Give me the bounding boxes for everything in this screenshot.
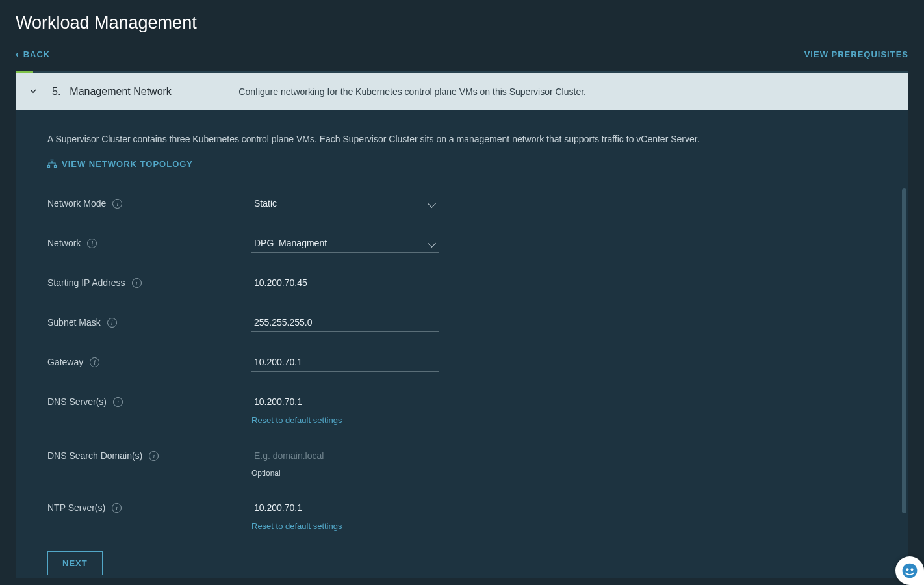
step-header[interactable]: 5. Management Network Configure networki… — [16, 73, 908, 110]
label-network-mode: Network Mode — [47, 198, 106, 209]
select-network-value[interactable]: DPG_Managment — [251, 235, 439, 253]
chevron-down-icon[interactable] — [29, 86, 40, 98]
scrollbar-thumb[interactable] — [902, 188, 906, 514]
input-ntp-servers[interactable] — [251, 500, 439, 517]
row-gateway: Gateway i — [47, 354, 877, 372]
scrollbar[interactable] — [901, 188, 908, 566]
step-title: Management Network — [70, 86, 238, 98]
row-network-mode: Network Mode i Static — [47, 196, 877, 213]
intro-text: A Supervisor Cluster contains three Kube… — [47, 134, 877, 144]
chat-bubble-icon[interactable] — [895, 556, 924, 585]
reset-ntp-link[interactable]: Reset to default settings — [251, 521, 342, 531]
step-number: 5. — [52, 86, 60, 98]
info-icon[interactable]: i — [87, 239, 97, 248]
select-network-mode-value[interactable]: Static — [251, 196, 439, 213]
svg-rect-2 — [55, 166, 57, 168]
step-description: Configure networking for the Kubernetes … — [238, 86, 895, 97]
row-starting-ip: Starting IP Address i — [47, 275, 877, 292]
info-icon[interactable]: i — [112, 503, 122, 513]
view-prerequisites-link[interactable]: VIEW PREREQUISITES — [804, 49, 908, 59]
reset-dns-link[interactable]: Reset to default settings — [251, 415, 342, 425]
view-topology-label: VIEW NETWORK TOPOLOGY — [62, 159, 193, 169]
view-network-topology-link[interactable]: VIEW NETWORK TOPOLOGY — [47, 159, 877, 170]
select-network-mode[interactable]: Static — [251, 196, 439, 213]
label-ntp-servers: NTP Server(s) — [47, 502, 105, 513]
top-bar: ‹ BACK VIEW PREREQUISITES — [0, 45, 924, 71]
svg-point-4 — [906, 568, 909, 571]
info-icon[interactable]: i — [112, 199, 122, 209]
row-ntp-servers: NTP Server(s) i Reset to default setting… — [47, 500, 877, 532]
label-dns-search: DNS Search Domain(s) — [47, 450, 142, 461]
progress-fill — [16, 71, 33, 73]
dns-search-helper: Optional — [251, 469, 439, 478]
step-body: A Supervisor Cluster contains three Kube… — [16, 110, 908, 578]
input-dns-servers[interactable] — [251, 394, 439, 411]
topology-icon — [47, 159, 57, 170]
label-gateway: Gateway — [47, 357, 83, 367]
back-button[interactable]: ‹ BACK — [16, 49, 50, 59]
input-dns-search[interactable] — [251, 448, 439, 465]
label-network: Network — [47, 238, 81, 248]
next-button[interactable]: NEXT — [47, 551, 103, 575]
back-label: BACK — [23, 49, 51, 59]
page-title: Workload Management — [0, 0, 924, 45]
row-subnet-mask: Subnet Mask i — [47, 315, 877, 332]
row-dns-search: DNS Search Domain(s) i Optional — [47, 448, 877, 478]
label-dns-servers: DNS Server(s) — [47, 396, 107, 407]
info-icon[interactable]: i — [107, 318, 117, 328]
input-gateway[interactable] — [251, 354, 439, 372]
svg-point-3 — [903, 564, 918, 578]
info-icon[interactable]: i — [113, 397, 123, 407]
info-icon[interactable]: i — [132, 278, 142, 288]
info-icon[interactable]: i — [149, 451, 159, 461]
row-network: Network i DPG_Managment — [47, 235, 877, 253]
select-network[interactable]: DPG_Managment — [251, 235, 439, 253]
svg-rect-0 — [51, 159, 53, 161]
svg-point-5 — [911, 568, 914, 571]
row-dns-servers: DNS Server(s) i Reset to default setting… — [47, 394, 877, 426]
label-subnet-mask: Subnet Mask — [47, 317, 101, 328]
label-starting-ip: Starting IP Address — [47, 278, 125, 288]
chevron-left-icon: ‹ — [16, 49, 19, 59]
svg-rect-1 — [48, 166, 50, 168]
input-starting-ip[interactable] — [251, 275, 439, 292]
progress-bar — [16, 71, 908, 73]
info-icon[interactable]: i — [90, 358, 99, 367]
input-subnet-mask[interactable] — [251, 315, 439, 332]
